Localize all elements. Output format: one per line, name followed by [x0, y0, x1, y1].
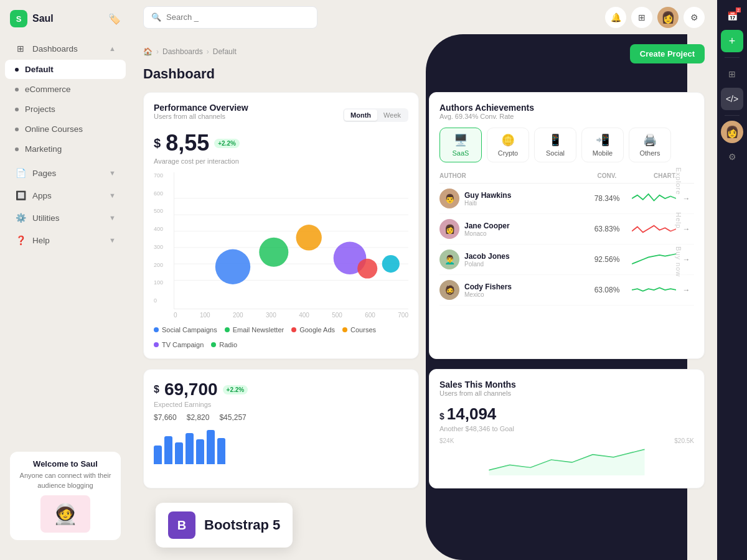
legend-dot [225, 327, 230, 332]
toggle-week[interactable]: Week [377, 110, 407, 121]
cat-tab-mobile[interactable]: 📲 Mobile [581, 128, 624, 162]
welcome-card: Welcome to Saul Anyone can connect with … [10, 452, 121, 540]
utilities-icon: ⚙️ [15, 212, 26, 223]
buy-now-button[interactable]: Buy now [670, 238, 687, 286]
cat-tab-others[interactable]: 🖨️ Others [629, 128, 671, 162]
astronaut-illustration: 🧑‍🚀 [40, 495, 90, 533]
earnings-items: $7,660 $2,820 $45,257 [154, 413, 408, 422]
sidebar-logo: S [10, 10, 27, 27]
bar [154, 446, 162, 464]
apps-icon: 🔲 [15, 190, 26, 201]
cat-tab-saas-label: SaaS [453, 149, 469, 157]
breadcrumb-dashboards[interactable]: Dashboards [162, 47, 203, 56]
earnings-item-3: $45,257 [219, 413, 246, 422]
nav-dot [15, 128, 19, 131]
svg-point-11 [382, 255, 400, 273]
avatar: 👨 [439, 189, 459, 208]
help-side-button[interactable]: Help [670, 203, 687, 238]
pages-icon: 📄 [15, 167, 26, 179]
search-input[interactable] [166, 12, 309, 22]
rp-settings-icon[interactable]: ⚙ [721, 146, 743, 168]
avatar: 👨‍🦱 [439, 250, 459, 269]
sales-line-chart [439, 444, 694, 475]
earnings-item-1: $7,660 [154, 413, 177, 422]
cat-tab-crypto[interactable]: 🪙 Crypto [487, 128, 529, 162]
sales-card: Sales This Months Users from all channel… [429, 369, 705, 488]
cat-tab-social[interactable]: 📱 Social [534, 128, 576, 162]
dollar-sign: $ [154, 136, 161, 151]
conv-value: 78.34% [582, 194, 632, 203]
sidebar-item-dashboards[interactable]: ⊞ Dashboards ▲ [5, 38, 126, 59]
sidebar-item-ecommerce[interactable]: eCommerce [5, 80, 126, 99]
legend-dot [154, 342, 159, 347]
breadcrumb-home-icon[interactable]: 🏠 [143, 47, 153, 56]
chevron-icon: ▼ [109, 169, 116, 177]
chart-legend: Social Campaigns Email Newsletter Google… [154, 326, 408, 348]
table-row: 🧔 Cody Fishers Mexico 63.08% → [439, 275, 694, 306]
bubble-chart-svg [174, 172, 408, 309]
avatar: 🧔 [439, 280, 459, 300]
table-row: 👩 Jane Cooper Monaco 63.83% → [439, 214, 694, 245]
svg-point-8 [296, 225, 322, 250]
sidebar-item-help[interactable]: ❓ Help ▼ [5, 230, 126, 251]
sidebar-pin-icon[interactable]: 🏷️ [108, 13, 121, 25]
create-project-button[interactable]: Create Project [630, 44, 705, 63]
bar [175, 442, 183, 464]
perf-value-label: Avarage cost per interaction [154, 157, 408, 165]
sidebar-item-online-courses[interactable]: Online Courses [5, 119, 126, 139]
saas-icon: 🖥️ [454, 133, 467, 147]
legend-courses: Courses [342, 326, 376, 334]
right-panel: 📅 2 + ⊞ </> 👩 ⚙ [717, 0, 747, 560]
legend-dot [211, 342, 216, 347]
content-inner: 🏠 › Dashboards › Default Create Project … [131, 34, 717, 560]
legend-dot [291, 327, 296, 332]
cat-tab-social-label: Social [546, 149, 565, 157]
conv-value: 63.83% [582, 225, 632, 233]
sidebar-item-marketing[interactable]: Marketing [5, 139, 126, 159]
sidebar-item-projects[interactable]: Projects [5, 100, 126, 119]
cat-tab-saas[interactable]: 🖥️ SaaS [439, 128, 482, 162]
sales-dollar: $ [439, 411, 444, 421]
rp-calendar-icon[interactable]: 📅 2 [721, 5, 743, 27]
rp-avatar[interactable]: 👩 [721, 121, 743, 143]
sales-amount: 14,094 [447, 404, 497, 424]
explore-button[interactable]: Explore [670, 159, 687, 203]
topbar-bell-icon[interactable]: 🔔 [605, 7, 626, 28]
toggle-month[interactable]: Month [344, 110, 377, 121]
cat-tab-crypto-label: Crypto [498, 149, 518, 157]
earnings-item-2: $2,820 [187, 413, 210, 422]
sidebar-item-utilities[interactable]: ⚙️ Utilities ▼ [5, 207, 126, 228]
topbar-grid-icon[interactable]: ⊞ [631, 7, 652, 28]
topbar-settings-icon[interactable]: ⚙ [684, 7, 705, 28]
sidebar-item-apps[interactable]: 🔲 Apps ▼ [5, 185, 126, 206]
sales-y-labels: $24K $20.5K [439, 437, 694, 444]
earnings-card: $ 69,700 +2.2% Expected Earnings $7,660 … [143, 369, 419, 488]
author-name: Cody Fishers [464, 282, 512, 291]
search-box[interactable]: 🔍 [143, 6, 317, 29]
rp-code-icon[interactable]: </> [721, 88, 743, 110]
legend-google-ads: Google Ads [291, 326, 335, 334]
cat-tab-mobile-label: Mobile [593, 149, 613, 157]
author-name: Jacob Jones [464, 252, 510, 261]
table-row: 👨 Guy Hawkins Haiti 78.34% → [439, 184, 694, 214]
bar [164, 436, 172, 464]
sales-subtitle: Users from all channels [439, 390, 694, 397]
nav-dot [15, 147, 19, 151]
sidebar-item-pages[interactable]: 📄 Pages ▼ [5, 162, 126, 184]
period-toggle: Month Week [343, 108, 408, 122]
svg-point-10 [357, 259, 377, 279]
nav-dot [15, 108, 19, 111]
rp-add-button[interactable]: + [721, 30, 743, 52]
rp-divider [725, 57, 740, 58]
bar [186, 433, 194, 464]
author-location: Haiti [464, 200, 511, 207]
author-location: Poland [464, 261, 510, 268]
topbar-avatar[interactable]: 👩 [657, 7, 679, 28]
bubble-chart-container: 700 600 500 400 300 200 100 0 [154, 172, 408, 319]
sidebar-item-default[interactable]: Default [5, 60, 126, 79]
chevron-icon: ▲ [109, 45, 116, 52]
topbar: 🔍 🔔 ⊞ 👩 ⚙ [131, 0, 717, 34]
rp-grid-icon[interactable]: ⊞ [721, 63, 743, 85]
welcome-subtitle: Anyone can connect with their audience b… [17, 471, 113, 490]
table-row: 👨‍🦱 Jacob Jones Poland 92.56% → [439, 245, 694, 275]
